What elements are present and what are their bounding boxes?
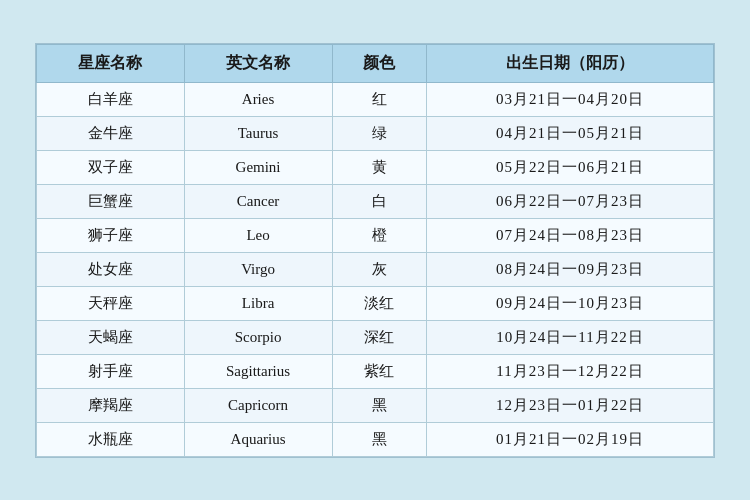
cell-color: 黄 xyxy=(332,150,427,184)
cell-color: 橙 xyxy=(332,218,427,252)
table-row: 巨蟹座Cancer白06月22日一07月23日 xyxy=(37,184,714,218)
table-row: 射手座Sagittarius紫红11月23日一12月22日 xyxy=(37,354,714,388)
table-row: 摩羯座Capricorn黑12月23日一01月22日 xyxy=(37,388,714,422)
cell-dates: 08月24日一09月23日 xyxy=(427,252,714,286)
cell-chinese-name: 巨蟹座 xyxy=(37,184,185,218)
cell-color: 白 xyxy=(332,184,427,218)
cell-english-name: Leo xyxy=(184,218,332,252)
col-header-english: 英文名称 xyxy=(184,44,332,82)
cell-color: 深红 xyxy=(332,320,427,354)
table-row: 白羊座Aries红03月21日一04月20日 xyxy=(37,82,714,116)
cell-color: 紫红 xyxy=(332,354,427,388)
cell-color: 黑 xyxy=(332,388,427,422)
cell-chinese-name: 金牛座 xyxy=(37,116,185,150)
cell-chinese-name: 双子座 xyxy=(37,150,185,184)
cell-english-name: Virgo xyxy=(184,252,332,286)
cell-color: 红 xyxy=(332,82,427,116)
cell-dates: 03月21日一04月20日 xyxy=(427,82,714,116)
col-header-color: 颜色 xyxy=(332,44,427,82)
cell-english-name: Sagittarius xyxy=(184,354,332,388)
cell-dates: 06月22日一07月23日 xyxy=(427,184,714,218)
cell-chinese-name: 狮子座 xyxy=(37,218,185,252)
cell-color: 灰 xyxy=(332,252,427,286)
cell-dates: 07月24日一08月23日 xyxy=(427,218,714,252)
col-header-dates: 出生日期（阳历） xyxy=(427,44,714,82)
cell-english-name: Cancer xyxy=(184,184,332,218)
col-header-chinese: 星座名称 xyxy=(37,44,185,82)
cell-english-name: Taurus xyxy=(184,116,332,150)
cell-chinese-name: 射手座 xyxy=(37,354,185,388)
cell-dates: 11月23日一12月22日 xyxy=(427,354,714,388)
table-header-row: 星座名称 英文名称 颜色 出生日期（阳历） xyxy=(37,44,714,82)
table-row: 天蝎座Scorpio深红10月24日一11月22日 xyxy=(37,320,714,354)
cell-color: 黑 xyxy=(332,422,427,456)
cell-chinese-name: 白羊座 xyxy=(37,82,185,116)
table-row: 双子座Gemini黄05月22日一06月21日 xyxy=(37,150,714,184)
cell-dates: 12月23日一01月22日 xyxy=(427,388,714,422)
cell-english-name: Libra xyxy=(184,286,332,320)
cell-chinese-name: 天秤座 xyxy=(37,286,185,320)
table-row: 水瓶座Aquarius黑01月21日一02月19日 xyxy=(37,422,714,456)
zodiac-table-container: 星座名称 英文名称 颜色 出生日期（阳历） 白羊座Aries红03月21日一04… xyxy=(35,43,715,458)
table-row: 天秤座Libra淡红09月24日一10月23日 xyxy=(37,286,714,320)
zodiac-table: 星座名称 英文名称 颜色 出生日期（阳历） 白羊座Aries红03月21日一04… xyxy=(36,44,714,457)
cell-english-name: Aries xyxy=(184,82,332,116)
table-row: 金牛座Taurus绿04月21日一05月21日 xyxy=(37,116,714,150)
cell-dates: 01月21日一02月19日 xyxy=(427,422,714,456)
cell-chinese-name: 摩羯座 xyxy=(37,388,185,422)
table-row: 处女座Virgo灰08月24日一09月23日 xyxy=(37,252,714,286)
cell-english-name: Gemini xyxy=(184,150,332,184)
cell-dates: 10月24日一11月22日 xyxy=(427,320,714,354)
table-row: 狮子座Leo橙07月24日一08月23日 xyxy=(37,218,714,252)
cell-dates: 04月21日一05月21日 xyxy=(427,116,714,150)
cell-dates: 09月24日一10月23日 xyxy=(427,286,714,320)
table-body: 白羊座Aries红03月21日一04月20日金牛座Taurus绿04月21日一0… xyxy=(37,82,714,456)
cell-dates: 05月22日一06月21日 xyxy=(427,150,714,184)
cell-chinese-name: 水瓶座 xyxy=(37,422,185,456)
cell-english-name: Scorpio xyxy=(184,320,332,354)
cell-english-name: Capricorn xyxy=(184,388,332,422)
cell-chinese-name: 处女座 xyxy=(37,252,185,286)
cell-color: 淡红 xyxy=(332,286,427,320)
cell-chinese-name: 天蝎座 xyxy=(37,320,185,354)
cell-english-name: Aquarius xyxy=(184,422,332,456)
cell-color: 绿 xyxy=(332,116,427,150)
